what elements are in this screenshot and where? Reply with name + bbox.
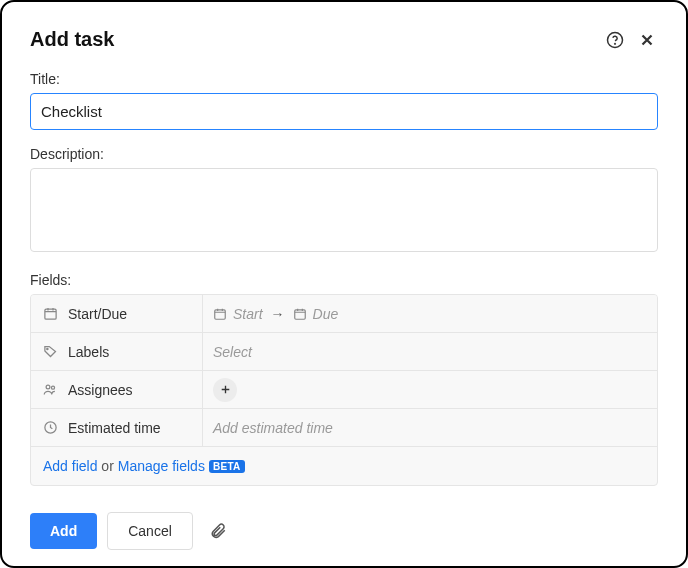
clock-icon [43,420,58,435]
or-text: or [97,458,117,474]
svg-point-7 [51,386,54,389]
calendar-icon [43,306,58,321]
field-row-addfield: Add field or Manage fields BETA [31,447,657,485]
close-icon[interactable] [636,29,658,51]
svg-point-6 [46,385,50,389]
title-label: Title: [30,71,658,87]
people-icon [43,382,58,397]
add-field-link[interactable]: Add field [43,458,97,474]
description-input[interactable] [30,168,658,252]
add-button[interactable]: Add [30,513,97,549]
field-label: Estimated time [68,420,161,436]
modal-title: Add task [30,28,114,51]
beta-badge: BETA [209,460,245,473]
arrow-right-icon: → [271,306,285,322]
svg-point-5 [47,348,48,349]
calendar-icon [293,307,307,321]
labels-value[interactable]: Select [203,333,657,370]
field-row-estimated: Estimated time Add estimated time [31,409,657,447]
description-label: Description: [30,146,658,162]
start-placeholder: Start [233,306,263,322]
cancel-button[interactable]: Cancel [107,512,193,550]
modal-header: Add task [30,28,658,51]
help-icon[interactable] [604,29,626,51]
manage-fields-link[interactable]: Manage fields [118,458,205,474]
field-label: Labels [68,344,109,360]
svg-point-1 [615,43,616,44]
fields-table: Start/Due Start → Due [30,294,658,486]
field-row-startdue: Start/Due Start → Due [31,295,657,333]
footer: Add Cancel [30,512,658,550]
tag-icon [43,344,58,359]
title-input[interactable] [30,93,658,130]
field-label: Start/Due [68,306,127,322]
assignees-value [203,371,657,408]
attachment-icon[interactable] [209,522,227,540]
estimated-time-placeholder: Add estimated time [213,420,333,436]
labels-placeholder: Select [213,344,252,360]
calendar-icon [213,307,227,321]
add-assignee-button[interactable] [213,378,237,402]
svg-rect-2 [45,309,56,319]
field-row-labels: Labels Select [31,333,657,371]
svg-rect-4 [294,309,305,318]
field-row-assignees: Assignees [31,371,657,409]
field-label: Assignees [68,382,133,398]
fields-label: Fields: [30,272,658,288]
estimated-time-value[interactable]: Add estimated time [203,409,657,446]
svg-rect-3 [215,309,226,318]
due-placeholder: Due [313,306,339,322]
startdue-value[interactable]: Start → Due [203,295,657,332]
